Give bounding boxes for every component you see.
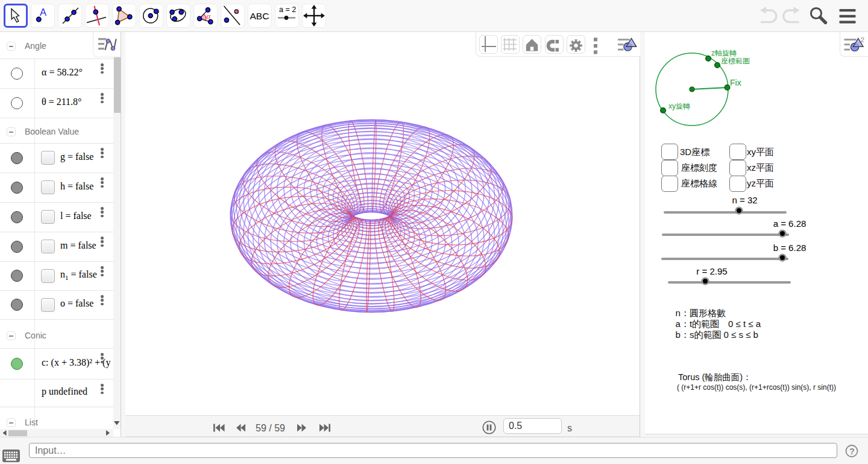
svg-text:s: s xyxy=(567,423,572,433)
svg-text:a = 2: a = 2 xyxy=(279,5,296,14)
svg-text:2: 2 xyxy=(861,36,864,43)
svg-text:59 / 59: 59 / 59 xyxy=(256,423,285,433)
svg-text:A: A xyxy=(40,7,46,17)
svg-text:?: ? xyxy=(849,447,855,456)
svg-text:α: α xyxy=(207,11,212,21)
svg-text:ABC: ABC xyxy=(250,11,269,21)
